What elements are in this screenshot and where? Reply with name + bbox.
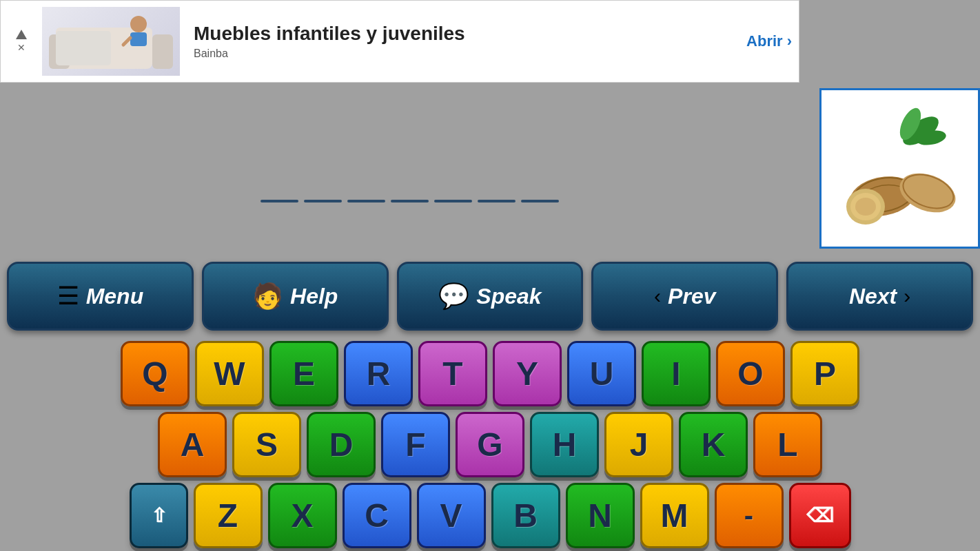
prev-arrow-icon: ‹ — [654, 284, 661, 308]
ad-image — [42, 7, 180, 76]
key-a[interactable]: A — [158, 412, 227, 477]
ad-close-icon[interactable]: ✕ — [8, 28, 35, 55]
help-label: Help — [290, 284, 338, 309]
key-x[interactable]: X — [268, 483, 337, 548]
key-d[interactable]: D — [307, 412, 376, 477]
key-c[interactable]: C — [343, 483, 411, 548]
key-t[interactable]: T — [418, 341, 487, 406]
key-q[interactable]: Q — [121, 341, 190, 406]
blank-1 — [261, 200, 298, 202]
ad-cta-button[interactable]: Abrir › — [746, 32, 792, 50]
speak-icon: 💬 — [438, 282, 469, 311]
blank-5 — [434, 200, 472, 202]
next-button[interactable]: Next › — [786, 262, 973, 331]
speak-label: Speak — [476, 284, 541, 309]
blank-6 — [478, 200, 515, 202]
blank-4 — [391, 200, 429, 202]
keyboard-row-1: Q W E R T Y U I O P — [7, 341, 973, 406]
svg-point-16 — [855, 198, 876, 216]
keyboard-area: Q W E R T Y U I O P A S D F G H J K L ⇧ … — [7, 341, 973, 551]
key-r[interactable]: R — [344, 341, 413, 406]
key-g[interactable]: G — [456, 412, 524, 477]
svg-point-4 — [130, 16, 147, 32]
menu-label: Menu — [86, 284, 144, 309]
next-arrow-icon: › — [904, 284, 910, 308]
ad-cta-label: Abrir — [746, 32, 783, 50]
menu-button[interactable]: ☰ Menu — [7, 262, 194, 331]
key-j[interactable]: J — [604, 412, 673, 477]
key-h[interactable]: H — [530, 412, 599, 477]
svg-rect-5 — [130, 32, 147, 46]
menu-icon: ☰ — [57, 282, 79, 311]
prev-button[interactable]: ‹ Prev — [591, 262, 778, 331]
ad-cta-arrow-icon: › — [787, 32, 792, 50]
keyboard-row-3: ⇧ Z X C V B N M - ⌫ — [7, 483, 973, 548]
key-u[interactable]: U — [567, 341, 636, 406]
key-v[interactable]: V — [417, 483, 486, 548]
svg-rect-2 — [152, 34, 173, 69]
key-i[interactable]: I — [642, 341, 711, 406]
word-blanks — [261, 200, 559, 202]
key-k[interactable]: K — [679, 412, 748, 477]
svg-rect-1 — [49, 34, 70, 69]
key-p[interactable]: P — [790, 341, 859, 406]
key-s[interactable]: S — [232, 412, 301, 477]
key-o[interactable]: O — [716, 341, 785, 406]
key-w[interactable]: W — [195, 341, 264, 406]
key-b[interactable]: B — [491, 483, 560, 548]
ad-subtitle: Bainba — [194, 48, 733, 60]
key-f[interactable]: F — [381, 412, 450, 477]
key-y[interactable]: Y — [493, 341, 562, 406]
blank-2 — [304, 200, 342, 202]
word-blanks-area — [0, 200, 819, 202]
help-button[interactable]: 🧑 Help — [202, 262, 389, 331]
almond-visual — [831, 107, 969, 231]
next-label: Next — [849, 284, 897, 309]
prev-label: Prev — [668, 284, 715, 309]
backspace-key[interactable]: ⌫ — [789, 483, 851, 548]
key-n[interactable]: N — [566, 483, 635, 548]
help-icon: 🧑 — [252, 282, 283, 311]
key-hyphen[interactable]: - — [715, 483, 784, 548]
key-z[interactable]: Z — [194, 483, 263, 548]
controls-row: ☰ Menu 🧑 Help 💬 Speak ‹ Prev Next › — [7, 262, 973, 331]
key-m[interactable]: M — [640, 483, 709, 548]
svg-point-12 — [894, 166, 961, 220]
speak-button[interactable]: 💬 Speak — [397, 262, 584, 331]
blank-7 — [521, 200, 559, 202]
almond-image-box — [819, 88, 980, 249]
shift-key[interactable]: ⇧ — [130, 483, 188, 548]
key-e[interactable]: E — [269, 341, 338, 406]
key-l[interactable]: L — [753, 412, 822, 477]
ad-title: Muebles infantiles y juveniles — [194, 23, 733, 45]
ad-banner[interactable]: ✕ Muebles infantiles y juveniles Bainba … — [0, 0, 799, 83]
keyboard-row-2: A S D F G H J K L — [7, 412, 973, 477]
ad-text-block: Muebles infantiles y juveniles Bainba — [194, 23, 733, 60]
blank-3 — [347, 200, 385, 202]
